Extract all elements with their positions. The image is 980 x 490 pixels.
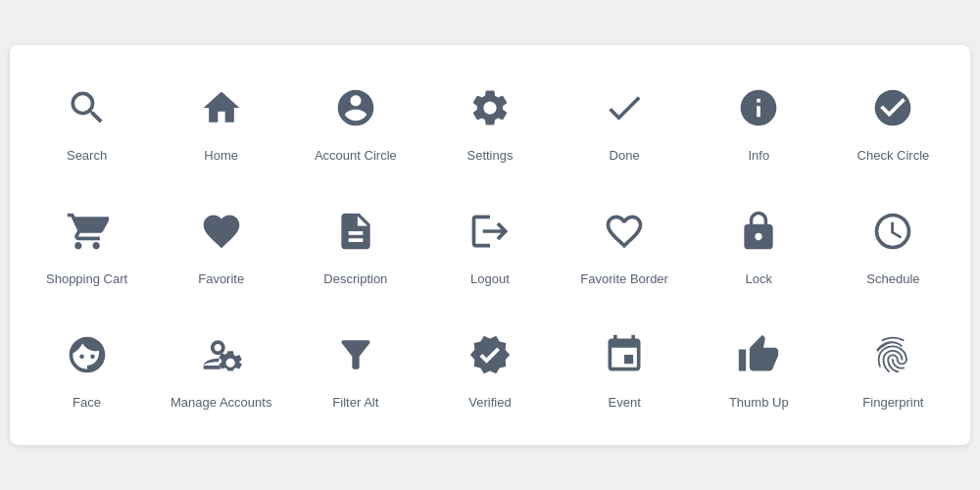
icon-item-logout: Logout [422, 188, 557, 302]
icon-item-account-circle: Account Circle [288, 65, 422, 178]
logout-label: Logout [470, 270, 510, 288]
icon-item-schedule: Schedule [826, 188, 960, 302]
favorite-border-icon [599, 206, 650, 257]
icon-item-home: Home [154, 65, 288, 178]
lock-label: Lock [746, 270, 772, 288]
icon-item-search: Search [20, 65, 154, 178]
icon-item-face: Face [20, 312, 154, 425]
search-label: Search [67, 147, 107, 165]
favorite-border-label: Favorite Border [580, 270, 668, 288]
search-icon [62, 82, 113, 133]
icon-item-settings: Settings [422, 65, 557, 178]
thumb-up-icon [733, 329, 784, 380]
icon-grid: Search Home Account Circle Settings [20, 65, 960, 426]
fingerprint-label: Fingerprint [862, 394, 923, 412]
verified-icon [465, 329, 515, 380]
shopping-cart-label: Shopping Cart [46, 270, 127, 288]
thumb-up-label: Thumb Up [729, 394, 789, 412]
check-circle-icon [867, 82, 918, 133]
settings-icon [465, 82, 515, 133]
done-icon [599, 82, 650, 133]
home-label: Home [204, 147, 238, 165]
home-icon [196, 82, 247, 133]
account-circle-icon [330, 82, 381, 133]
schedule-label: Schedule [866, 270, 919, 288]
icon-item-check-circle: Check Circle [826, 65, 960, 178]
icon-item-event: Event [558, 312, 692, 425]
description-icon [330, 206, 381, 257]
icon-item-done: Done [558, 65, 692, 178]
event-icon [599, 329, 650, 380]
icon-grid-card: Search Home Account Circle Settings [10, 45, 970, 446]
schedule-icon [867, 206, 918, 257]
icon-item-thumb-up: Thumb Up [692, 312, 826, 425]
icon-item-description: Description [288, 188, 422, 302]
account-circle-label: Account Circle [315, 147, 397, 165]
info-icon [733, 82, 784, 133]
favorite-label: Favorite [198, 270, 244, 288]
manage-accounts-label: Manage Accounts [171, 394, 271, 412]
icon-item-favorite-border: Favorite Border [558, 188, 692, 302]
fingerprint-icon [867, 329, 918, 380]
manage-accounts-icon [196, 329, 247, 380]
logout-icon [465, 206, 515, 257]
favorite-icon [196, 206, 247, 257]
info-label: Info [748, 147, 769, 165]
done-label: Done [610, 147, 640, 165]
icon-item-verified: Verified [422, 312, 557, 425]
shopping-cart-icon [62, 206, 113, 257]
icon-item-info: Info [692, 65, 826, 178]
icon-item-lock: Lock [692, 188, 826, 302]
icon-item-manage-accounts: Manage Accounts [154, 312, 288, 425]
face-label: Face [73, 394, 101, 412]
icon-item-fingerprint: Fingerprint [826, 312, 960, 425]
check-circle-label: Check Circle [858, 147, 930, 165]
icon-item-favorite: Favorite [154, 188, 288, 302]
icon-item-filter-alt: Filter Alt [288, 312, 422, 425]
description-label: Description [323, 270, 387, 288]
lock-icon [733, 206, 784, 257]
event-label: Event [609, 394, 641, 412]
filter-alt-icon [330, 329, 381, 380]
verified-label: Verified [468, 394, 511, 412]
settings-label: Settings [467, 147, 514, 165]
icon-item-shopping-cart: Shopping Cart [20, 188, 154, 302]
face-icon [62, 329, 113, 380]
filter-alt-label: Filter Alt [332, 394, 378, 412]
